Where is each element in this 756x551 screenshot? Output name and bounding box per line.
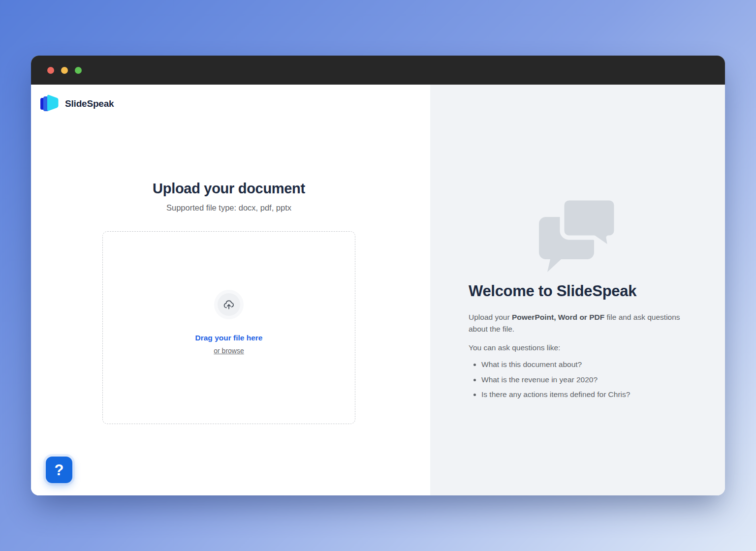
upload-header: Upload your document Supported file type… <box>102 181 355 213</box>
brand-name: SlideSpeak <box>65 98 114 109</box>
brand: SlideSpeak <box>39 92 114 116</box>
zoom-window-button[interactable] <box>75 67 82 74</box>
minimize-window-button[interactable] <box>61 67 68 74</box>
slidespeak-logo-icon <box>39 92 62 116</box>
welcome-section: Welcome to SlideSpeak Upload your PowerP… <box>469 282 683 404</box>
page-background: { "brand": { "name": "SlideSpeak" }, "up… <box>0 0 756 551</box>
upload-panel: SlideSpeak Upload your document Supporte… <box>31 85 430 495</box>
question-item: What is this document about? <box>481 359 683 370</box>
file-dropzone[interactable]: Drag your file here or browse <box>102 231 355 424</box>
welcome-intro: Upload your PowerPoint, Word or PDF file… <box>469 311 683 335</box>
help-button[interactable]: ? <box>46 457 72 483</box>
upload-cloud-icon <box>218 293 240 316</box>
file-types-bold: PowerPoint, Word or PDF <box>512 313 604 321</box>
upload-title: Upload your document <box>102 181 355 197</box>
browse-link[interactable]: or browse <box>214 347 244 355</box>
close-window-button[interactable] <box>47 67 54 74</box>
welcome-title: Welcome to SlideSpeak <box>469 282 683 300</box>
question-item: Is there any actions items defined for C… <box>481 389 683 400</box>
window-titlebar <box>31 56 725 85</box>
drag-file-label: Drag your file here <box>195 334 263 342</box>
welcome-panel: Welcome to SlideSpeak Upload your PowerP… <box>430 85 725 495</box>
question-mark-icon: ? <box>55 461 64 479</box>
window-content: SlideSpeak Upload your document Supporte… <box>31 85 725 495</box>
upload-subtitle: Supported file type: docx, pdf, pptx <box>102 203 355 213</box>
chat-bubbles-icon <box>538 197 617 275</box>
questions-intro: You can ask questions like: <box>469 343 683 352</box>
app-window: SlideSpeak Upload your document Supporte… <box>31 56 725 495</box>
question-item: What is the revenue in year 2020? <box>481 374 683 385</box>
question-list: What is this document about? What is the… <box>469 359 683 400</box>
